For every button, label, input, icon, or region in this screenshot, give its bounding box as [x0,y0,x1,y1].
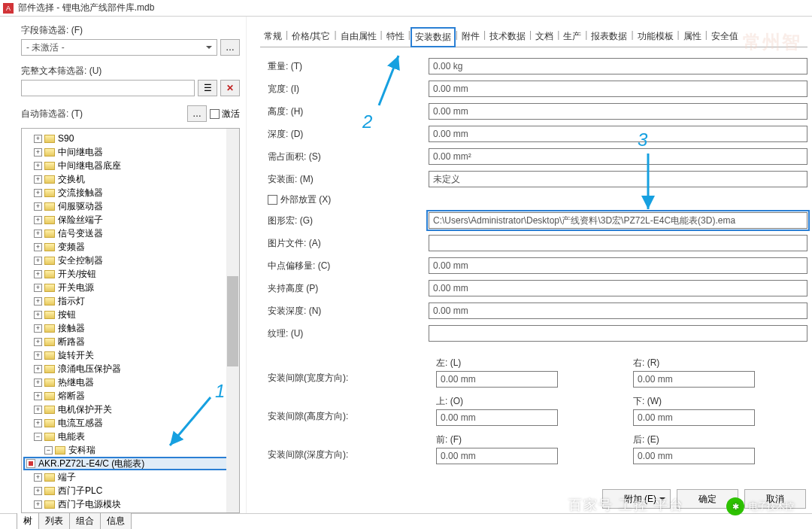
height-input[interactable] [429,103,807,120]
tree-folder[interactable]: +中间继电器 [23,145,238,159]
tree-folder[interactable]: +指示灯 [23,294,238,308]
macro-input[interactable] [429,212,807,229]
tree-folder[interactable]: +开关/按钮 [23,267,238,281]
tree-expander-icon[interactable]: + [34,406,42,414]
tree-expander-icon[interactable]: + [34,162,42,170]
tree-folder[interactable]: +交流接触器 [23,186,238,199]
tree-expander-icon[interactable]: − [44,446,53,455]
clearance-right-input[interactable] [633,371,755,388]
tree-expander-icon[interactable]: − [34,433,42,441]
field-filter-more-button[interactable]: … [220,39,240,56]
tree-expander-icon[interactable]: + [34,419,42,427]
tree-expander-icon[interactable]: + [34,338,42,346]
tree-scrollbar[interactable] [226,129,239,512]
surface-input[interactable] [429,171,807,187]
tree-expander-icon[interactable]: + [34,257,42,265]
tree-view[interactable]: +S90+中间继电器+中间继电器底座+交换机+交流接触器+伺服驱动器+保险丝端子… [21,128,240,513]
tree-folder[interactable]: +西门子PLC [23,484,238,497]
tree-folder[interactable]: +浪涌电压保护器 [23,362,238,375]
activate-checkbox[interactable]: 激活 [210,108,240,120]
tree-expander-icon[interactable]: + [34,365,42,373]
activate-checkbox-box[interactable] [210,109,220,119]
tab[interactable]: 安装数据 [411,27,456,47]
tab[interactable]: 自由属性 [337,27,380,47]
tree-expander-icon[interactable]: + [34,297,42,306]
tree-folder[interactable]: +接触器 [23,321,238,335]
tree-scroll-thumb[interactable] [227,276,238,366]
tree-folder[interactable]: +旋转开关 [23,348,238,362]
bottom-tab[interactable]: 树 [17,513,39,529]
tree-folder[interactable]: +保险丝端子 [23,213,238,226]
auto-filter-more-button[interactable]: … [187,105,207,122]
clip-input[interactable] [429,280,807,296]
tree-expander-icon[interactable]: + [34,189,42,197]
tree-folder[interactable]: +熔断器 [23,389,238,403]
tree-folder[interactable]: −安科瑞 [23,443,238,457]
area-input[interactable] [429,148,807,165]
clearance-front-input[interactable] [436,448,558,464]
tree-expander-icon[interactable]: + [34,351,42,360]
external-checkbox-box[interactable] [268,195,277,205]
bottom-tab[interactable]: 组合 [69,513,101,529]
tree-expander-icon[interactable]: + [34,487,42,495]
center-input[interactable] [429,257,807,274]
tree-folder[interactable]: +电机保护开关 [23,403,238,416]
tree-expander-icon[interactable]: + [34,324,42,333]
width-input[interactable] [429,81,807,97]
tree-expander-icon[interactable]: + [34,243,42,251]
fulltext-clear-button[interactable]: ✕ [220,80,240,96]
image-input[interactable] [429,235,807,251]
tree-expander-icon[interactable]: + [34,500,42,509]
depth-input[interactable] [429,126,807,142]
tree-expander-icon[interactable]: + [34,311,42,319]
tree-folder[interactable]: +断路器 [23,335,238,348]
tab[interactable]: 文档 [532,27,557,47]
tab[interactable]: 功能模板 [634,27,677,47]
tree-expander-icon[interactable]: + [34,379,42,387]
fulltext-search-button[interactable]: ☰ [198,80,217,96]
tree-expander-icon[interactable]: + [34,392,42,400]
clearance-bottom-input[interactable] [633,409,755,426]
tab[interactable]: 安全值 [707,27,742,47]
tab[interactable]: 常规 [260,27,286,47]
tab[interactable]: 附件 [458,27,483,47]
bottom-tab[interactable]: 信息 [100,513,132,529]
clearance-top-input[interactable] [436,409,558,426]
tree-item[interactable]: AKR.PZ72L-E4/C (电能表) [23,457,238,470]
tab[interactable]: 特性 [383,27,408,47]
tab[interactable]: 技术数据 [486,27,529,47]
tree-expander-icon[interactable]: + [34,175,42,184]
tab[interactable]: 报表数据 [587,27,631,47]
tree-expander-icon[interactable]: + [34,135,42,143]
tab[interactable]: 生产 [559,27,585,47]
tree-expander-icon[interactable]: + [34,202,42,211]
tree-folder[interactable]: +西门子电源模块 [23,497,238,511]
tree-folder[interactable]: +交换机 [23,172,238,186]
clearance-back-input[interactable] [633,448,755,464]
tree-folder[interactable]: +S90 [23,132,238,145]
external-place-checkbox[interactable]: 外部放置 (X) [260,193,429,206]
tree-folder[interactable]: +按钮 [23,308,238,321]
tree-folder[interactable]: +开关电源 [23,281,238,294]
bottom-tab[interactable]: 列表 [38,513,70,529]
field-filter-select[interactable]: - 未激活 - [21,39,217,56]
tree-folder[interactable]: +安全控制器 [23,254,238,267]
tab[interactable]: 价格/其它 [288,27,334,47]
tree-expander-icon[interactable]: + [34,230,42,238]
tree-expander-icon[interactable]: + [34,473,42,482]
tree-folder[interactable]: +热继电器 [23,375,238,389]
tree-expander-icon[interactable]: + [34,216,42,224]
tree-folder[interactable]: +信号变送器 [23,226,238,240]
tree-folder[interactable]: +中间继电器底座 [23,159,238,172]
texture-input[interactable] [429,325,807,342]
tree-expander-icon[interactable]: + [34,284,42,292]
weight-input[interactable] [429,58,807,74]
tab[interactable]: 属性 [680,27,705,47]
tree-expander-icon[interactable]: + [34,148,42,157]
fulltext-filter-input[interactable] [21,80,195,96]
tree-folder[interactable]: +变频器 [23,240,238,254]
tree-expander-icon[interactable]: + [34,270,42,278]
tree-folder[interactable]: +端子 [23,470,238,484]
clearance-left-input[interactable] [436,371,558,388]
tree-folder[interactable]: +电流互感器 [23,416,238,430]
